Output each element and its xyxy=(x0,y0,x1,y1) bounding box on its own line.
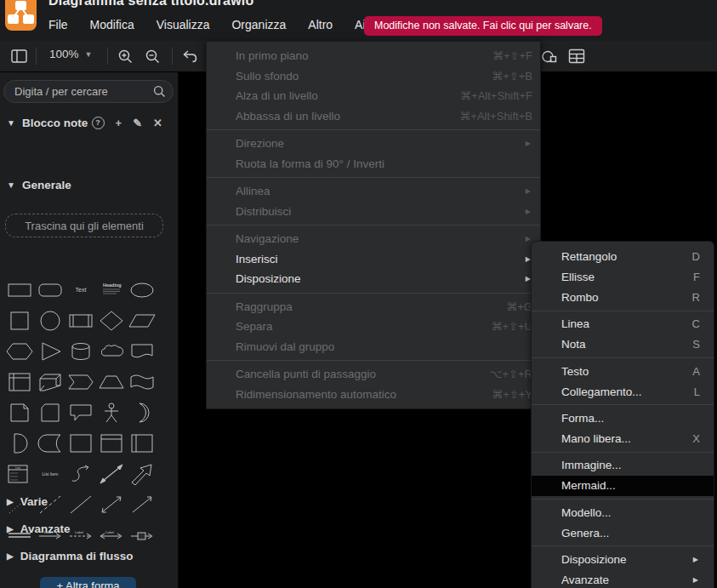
submenu-arrow-icon: ▶ xyxy=(526,208,531,215)
shape-process[interactable] xyxy=(65,305,96,336)
menu-item-ellisse[interactable]: EllisseF xyxy=(532,266,714,287)
shape-callout[interactable] xyxy=(65,397,96,428)
menu-item-disposizione[interactable]: Disposizione▶ xyxy=(532,549,714,569)
toolbar-divider xyxy=(107,48,108,65)
menu-item-linea[interactable]: LineaC xyxy=(532,314,714,334)
menu-item-mano-libera[interactable]: Mano libera...X xyxy=(532,429,714,449)
shape-container-title[interactable] xyxy=(96,428,127,459)
menu-item-label: Raggruppa xyxy=(236,300,506,313)
menu-item-label: Allinea xyxy=(236,185,526,197)
shape-trapezoid[interactable] xyxy=(96,367,127,397)
drawio-logo-icon xyxy=(5,0,37,31)
zoom-out-icon[interactable] xyxy=(143,47,162,66)
shape-and[interactable] xyxy=(4,428,35,459)
zoom-dropdown[interactable]: 100% ▼ xyxy=(49,48,92,60)
shape-hexagon[interactable] xyxy=(4,336,35,367)
menu-item-nota[interactable]: NotaS xyxy=(532,334,714,355)
shape-arrow[interactable] xyxy=(127,459,157,489)
menu-item-mermaid[interactable]: Mermaid... xyxy=(532,476,714,496)
shape-curve[interactable] xyxy=(65,459,96,489)
shape-list[interactable]: List xyxy=(4,459,35,489)
menu-item-rombo[interactable]: RomboR xyxy=(532,287,714,307)
shape-note[interactable] xyxy=(4,397,35,428)
shape-triangle[interactable] xyxy=(35,336,65,367)
shape-text[interactable]: Text xyxy=(65,275,96,305)
scratchpad-dropzone[interactable]: Trascina qui gli elementi xyxy=(5,214,163,237)
svg-text:List Item: List Item xyxy=(43,471,59,477)
shape-search-input[interactable]: Digita / per cercare xyxy=(3,80,174,103)
menu-item-modello[interactable]: Modello... xyxy=(532,502,714,522)
undo-icon[interactable] xyxy=(180,47,199,66)
shape-diamond[interactable] xyxy=(96,305,127,336)
menu-item-genera[interactable]: Genera... xyxy=(532,522,714,543)
menubar-item-modifica[interactable]: Modifica xyxy=(90,18,134,31)
shape-internal-storage[interactable] xyxy=(4,367,35,397)
menu-item-immagine[interactable]: Immagine... xyxy=(532,455,714,476)
shape-container[interactable] xyxy=(65,428,96,459)
menubar-item-visualizza[interactable]: Visualizza xyxy=(156,18,210,31)
help-icon[interactable]: ? xyxy=(92,117,105,129)
shape-rounded-rectangle[interactable] xyxy=(35,275,65,305)
menu-item-disposizione[interactable]: Disposizione▶ xyxy=(207,269,540,289)
submenu-arrow-icon: ▶ xyxy=(526,235,531,243)
section-general[interactable]: ▼ Generale xyxy=(0,179,71,191)
menu-item-label: Immagine... xyxy=(561,459,700,471)
menubar-item-altro[interactable]: Altro xyxy=(308,18,333,31)
scratchpad-header[interactable]: ▼ Blocco note ? + ✎ ✕ xyxy=(0,117,178,129)
shape-arrow-box-label[interactable] xyxy=(127,520,157,551)
shape-double-label-arrow[interactable]: Label xyxy=(96,520,127,551)
shape-ellipse[interactable] xyxy=(127,275,157,305)
menu-item-inserisci[interactable]: Inserisci▶ xyxy=(207,249,540,270)
menu-item-rettangolo[interactable]: RettangoloD xyxy=(532,246,714,266)
shape-or[interactable] xyxy=(127,397,157,428)
shape-tape[interactable] xyxy=(127,367,157,397)
shape-list-item[interactable]: List Item xyxy=(35,459,65,489)
shape-vertical-container[interactable] xyxy=(127,428,157,459)
shape-textbox[interactable]: Heading xyxy=(96,275,127,305)
more-shapes-button[interactable]: + Altra forma xyxy=(40,577,136,588)
unsaved-changes-badge[interactable]: Modifiche non salvate. Fai clic qui per … xyxy=(364,16,602,36)
menu-item-avanzate[interactable]: Avanzate▶ xyxy=(532,570,714,588)
shape-square[interactable] xyxy=(4,305,35,336)
menu-item-testo[interactable]: TestoA xyxy=(532,361,714,381)
edit-pencil-icon[interactable]: ✎ xyxy=(133,117,142,129)
menu-item-collegamento[interactable]: Collegamento...L xyxy=(532,381,714,402)
shape-actor[interactable] xyxy=(96,397,127,428)
table-icon[interactable] xyxy=(567,47,586,66)
shape-cloud[interactable] xyxy=(96,336,127,367)
shape-data-storage[interactable] xyxy=(35,428,65,459)
menu-item-label: Distribuisci xyxy=(236,205,526,218)
shape-circle[interactable] xyxy=(35,305,65,336)
sidebar-toggle-icon[interactable] xyxy=(9,47,28,66)
title-bar: Diagramma senza titolo.drawio FileModifi… xyxy=(0,0,717,41)
menu-item-label: Direzione xyxy=(236,137,526,150)
freehand-icon[interactable] xyxy=(540,47,559,66)
shape-step[interactable] xyxy=(65,367,96,397)
menu-item-label: Rombo xyxy=(561,291,692,304)
shape-rectangle[interactable] xyxy=(4,275,35,305)
shape-cube[interactable] xyxy=(35,367,65,397)
shape-bidirectional-arrow[interactable] xyxy=(96,459,127,489)
shape-directional-connector[interactable] xyxy=(127,489,157,520)
svg-text:Label: Label xyxy=(75,530,83,534)
close-icon[interactable]: ✕ xyxy=(153,117,162,129)
menu-item-label: Avanzate xyxy=(561,574,693,586)
add-icon[interactable]: + xyxy=(116,117,122,129)
menu-item-label: Inserisci xyxy=(236,253,526,265)
section-flowchart[interactable]: ▶ Diagramma di flusso xyxy=(0,550,134,562)
search-placeholder: Digita / per cercare xyxy=(14,85,153,98)
shape-line[interactable] xyxy=(65,489,96,520)
svg-text:Heading: Heading xyxy=(103,283,122,288)
section-advanced[interactable]: ▶ Avanzate xyxy=(0,522,70,535)
menubar-item-organizza[interactable]: Organizza xyxy=(231,18,286,31)
shape-parallelogram[interactable] xyxy=(127,305,157,336)
zoom-in-icon[interactable] xyxy=(116,47,134,66)
section-misc[interactable]: ▶ Varie xyxy=(0,495,48,508)
shape-bidirectional-connector[interactable] xyxy=(96,489,127,520)
menu-item-forma[interactable]: Forma... xyxy=(532,408,714,428)
shape-document[interactable] xyxy=(127,336,157,367)
menu-separator xyxy=(207,129,540,130)
menubar-item-file[interactable]: File xyxy=(48,18,68,31)
shape-cylinder[interactable] xyxy=(65,336,96,367)
shape-card[interactable] xyxy=(35,397,65,428)
